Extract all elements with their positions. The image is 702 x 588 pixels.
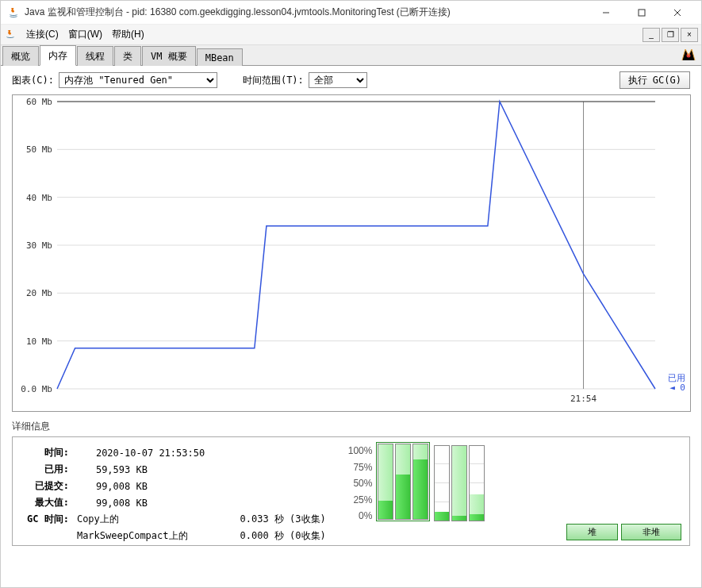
details-section: 详细信息 时间:2020-10-07 21:53:50 已用:59,593 KB… [1,417,701,548]
java-icon [7,6,20,19]
bars-y-scale: 100%75%50%25%0% [348,445,374,521]
tab-memory[interactable]: 内存 [40,45,76,66]
tabbar: 概览 内存 线程 类 VM 概要 MBean [1,45,701,66]
svg-text:60 Mb: 60 Mb [26,97,52,107]
svg-text:40 Mb: 40 Mb [26,193,52,203]
duke-icon [681,48,696,64]
svg-text:0.0 Mb: 0.0 Mb [21,384,52,394]
max-value: 99,008 KB [74,495,191,510]
svg-text:30 Mb: 30 Mb [26,240,52,251]
window-title: Java 监视和管理控制台 - pid: 16380 com.geekdiggi… [25,6,588,19]
gc-copy: Copy上的 [74,512,191,527]
menu-connect[interactable]: 连接(C) [21,25,63,44]
tab-vm[interactable]: VM 概要 [142,46,196,66]
svg-text:◄ 0: ◄ 0 [669,382,685,393]
committed-label: 已提交: [24,478,72,494]
committed-value: 99,008 KB [74,478,191,494]
tab-threads[interactable]: 线程 [77,46,113,66]
memory-bar [395,444,411,520]
gc-msc: MarkSweepCompact上的 [74,528,191,544]
details-title: 详细信息 [12,418,690,436]
mdi-minimize-button[interactable]: _ [643,28,660,42]
menu-help[interactable]: 帮助(H) [107,25,149,44]
gc-msc-time: 0.000 秒 (0收集) [193,528,329,544]
svg-text:20 Mb: 20 Mb [26,288,52,298]
svg-text:21:54: 21:54 [570,394,597,404]
menu-window[interactable]: 窗口(W) [63,25,107,44]
details-text: 时间:2020-10-07 21:53:50 已用:59,593 KB 已提交:… [13,437,340,545]
close-button[interactable] [659,2,695,24]
time-value: 2020-10-07 21:53:50 [74,445,329,460]
max-label: 最大值: [24,495,72,510]
mdi-close-button[interactable]: × [681,28,698,42]
controls-row: 图表(C): 内存池 "Tenured Gen" 时间范围(T): 全部 执行 … [1,66,701,94]
perform-gc-button[interactable]: 执行 GC(G) [620,71,690,89]
memory-bar [378,444,393,520]
time-label: 时间: [24,445,72,460]
minimize-button[interactable] [588,2,623,24]
used-value: 59,593 KB [74,462,191,477]
mdi-restore-button[interactable]: ❐ [662,28,679,42]
memory-bars: 100%75%50%25%0% 堆 非堆 [340,437,689,545]
memory-bar [412,444,428,520]
memory-bar [469,445,485,521]
time-range-label: 时间范围(T): [243,74,304,87]
memory-bar [451,445,467,521]
memory-bar [434,445,450,521]
svg-text:10 Mb: 10 Mb [26,336,52,347]
maximize-button[interactable] [623,2,659,24]
tab-overview[interactable]: 概览 [2,46,39,66]
menubar: 连接(C) 窗口(W) 帮助(H) _ ❐ × [1,25,701,45]
svg-rect-1 [639,10,645,16]
gc-copy-time: 0.033 秒 (3收集) [193,512,329,527]
nonheap-button[interactable]: 非堆 [621,524,681,540]
tab-mbean[interactable]: MBean [197,48,243,66]
nonheap-bar-group[interactable] [432,445,486,521]
chart-select[interactable]: 内存池 "Tenured Gen" [59,72,217,88]
gc-label: GC 时间: [24,512,72,527]
java-icon [4,29,17,41]
details-box: 时间:2020-10-07 21:53:50 已用:59,593 KB 已提交:… [12,436,690,546]
chart-label: 图表(C): [12,74,54,87]
heap-button[interactable]: 堆 [566,524,618,540]
time-range-select[interactable]: 全部 [309,72,367,88]
memory-chart: 0.0 Mb10 Mb20 Mb30 Mb40 Mb50 Mb60 Mb21:5… [12,94,691,412]
svg-text:50 Mb: 50 Mb [26,144,52,155]
tab-classes[interactable]: 类 [114,46,141,66]
used-label: 已用: [24,462,72,477]
heap-bar-group[interactable] [376,442,430,521]
chart-area: 0.0 Mb10 Mb20 Mb30 Mb40 Mb50 Mb60 Mb21:5… [1,94,701,417]
window-titlebar: Java 监视和管理控制台 - pid: 16380 com.geekdiggi… [1,1,701,25]
